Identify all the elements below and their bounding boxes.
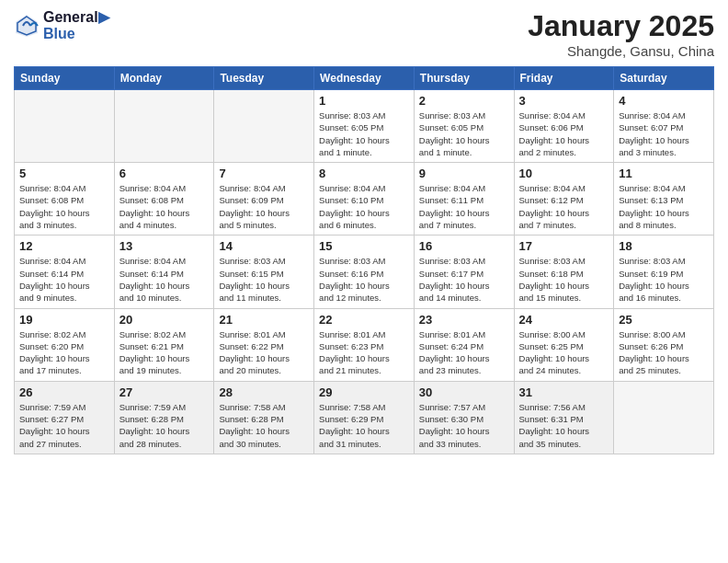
day-number: 27: [119, 385, 210, 399]
calendar-cell: 28Sunrise: 7:58 AM Sunset: 6:28 PM Dayli…: [214, 381, 314, 454]
col-thursday: Thursday: [414, 67, 514, 90]
day-number: 24: [519, 313, 609, 327]
calendar-cell: 12Sunrise: 8:04 AM Sunset: 6:14 PM Dayli…: [15, 236, 115, 308]
day-number: 28: [219, 385, 309, 399]
calendar-cell: 13Sunrise: 8:04 AM Sunset: 6:14 PM Dayli…: [114, 236, 214, 308]
day-info: Sunrise: 8:00 AM Sunset: 6:26 PM Dayligh…: [619, 328, 709, 377]
day-number: 10: [519, 167, 609, 180]
logo-icon: [14, 13, 40, 39]
day-info: Sunrise: 8:02 AM Sunset: 6:21 PM Dayligh…: [119, 328, 210, 377]
day-number: 1: [319, 94, 409, 108]
day-info: Sunrise: 8:04 AM Sunset: 6:10 PM Dayligh…: [319, 182, 409, 231]
month-title: January 2025: [528, 9, 714, 43]
calendar-cell: 26Sunrise: 7:59 AM Sunset: 6:27 PM Dayli…: [15, 381, 115, 454]
day-info: Sunrise: 8:04 AM Sunset: 6:12 PM Dayligh…: [519, 182, 609, 231]
col-tuesday: Tuesday: [214, 67, 314, 90]
day-number: 17: [519, 239, 609, 253]
calendar-cell: 9Sunrise: 8:04 AM Sunset: 6:11 PM Daylig…: [414, 163, 514, 236]
day-number: 3: [519, 94, 609, 108]
day-number: 23: [419, 313, 509, 327]
day-number: 11: [619, 167, 709, 180]
col-sunday: Sunday: [15, 67, 115, 90]
day-number: 9: [419, 167, 509, 180]
calendar-cell: 3Sunrise: 8:04 AM Sunset: 6:06 PM Daylig…: [514, 90, 614, 163]
calendar-cell: 23Sunrise: 8:01 AM Sunset: 6:24 PM Dayli…: [414, 308, 514, 381]
day-number: 31: [519, 385, 609, 399]
day-info: Sunrise: 7:59 AM Sunset: 6:28 PM Dayligh…: [119, 401, 210, 450]
calendar-cell: 14Sunrise: 8:03 AM Sunset: 6:15 PM Dayli…: [214, 236, 314, 308]
page-container: General▶ Blue January 2025 Shangde, Gans…: [0, 0, 728, 563]
day-info: Sunrise: 8:04 AM Sunset: 6:14 PM Dayligh…: [119, 255, 210, 304]
calendar-cell: 7Sunrise: 8:04 AM Sunset: 6:09 PM Daylig…: [214, 163, 314, 236]
calendar-cell: 6Sunrise: 8:04 AM Sunset: 6:08 PM Daylig…: [114, 163, 214, 236]
day-number: 26: [19, 385, 109, 399]
col-friday: Friday: [514, 67, 614, 90]
day-info: Sunrise: 7:56 AM Sunset: 6:31 PM Dayligh…: [519, 401, 609, 450]
day-info: Sunrise: 8:01 AM Sunset: 6:22 PM Dayligh…: [219, 328, 309, 377]
day-number: 18: [619, 239, 709, 253]
day-number: 22: [319, 313, 409, 327]
col-wednesday: Wednesday: [314, 67, 415, 90]
calendar-cell: 17Sunrise: 8:03 AM Sunset: 6:18 PM Dayli…: [514, 236, 614, 308]
calendar-cell: 10Sunrise: 8:04 AM Sunset: 6:12 PM Dayli…: [514, 163, 614, 236]
calendar-cell: 1Sunrise: 8:03 AM Sunset: 6:05 PM Daylig…: [314, 90, 415, 163]
day-number: 15: [319, 239, 409, 253]
calendar-cell: [15, 90, 115, 163]
calendar-cell: 8Sunrise: 8:04 AM Sunset: 6:10 PM Daylig…: [314, 163, 415, 236]
day-number: 16: [419, 239, 509, 253]
day-info: Sunrise: 8:03 AM Sunset: 6:16 PM Dayligh…: [319, 255, 409, 304]
day-info: Sunrise: 8:04 AM Sunset: 6:13 PM Dayligh…: [619, 182, 709, 231]
day-info: Sunrise: 8:03 AM Sunset: 6:05 PM Dayligh…: [319, 109, 409, 158]
day-info: Sunrise: 8:03 AM Sunset: 6:15 PM Dayligh…: [219, 255, 309, 304]
day-number: 5: [19, 167, 109, 180]
calendar-cell: 19Sunrise: 8:02 AM Sunset: 6:20 PM Dayli…: [15, 308, 115, 381]
day-number: 12: [19, 239, 109, 253]
day-info: Sunrise: 8:04 AM Sunset: 6:09 PM Dayligh…: [219, 182, 309, 231]
day-info: Sunrise: 8:04 AM Sunset: 6:11 PM Dayligh…: [419, 182, 509, 231]
day-info: Sunrise: 8:03 AM Sunset: 6:19 PM Dayligh…: [619, 255, 709, 304]
day-info: Sunrise: 7:57 AM Sunset: 6:30 PM Dayligh…: [419, 401, 509, 450]
calendar-cell: [114, 90, 214, 163]
calendar-cell: 20Sunrise: 8:02 AM Sunset: 6:21 PM Dayli…: [114, 308, 214, 381]
day-info: Sunrise: 8:03 AM Sunset: 6:05 PM Dayligh…: [419, 109, 509, 158]
day-info: Sunrise: 8:04 AM Sunset: 6:14 PM Dayligh…: [19, 255, 109, 304]
day-info: Sunrise: 8:04 AM Sunset: 6:07 PM Dayligh…: [619, 109, 709, 158]
calendar-cell: 30Sunrise: 7:57 AM Sunset: 6:30 PM Dayli…: [414, 381, 514, 454]
calendar-header-row: Sunday Monday Tuesday Wednesday Thursday…: [15, 67, 714, 90]
calendar-cell: 27Sunrise: 7:59 AM Sunset: 6:28 PM Dayli…: [114, 381, 214, 454]
day-info: Sunrise: 7:59 AM Sunset: 6:27 PM Dayligh…: [19, 401, 109, 450]
day-number: 29: [319, 385, 409, 399]
day-number: 2: [419, 94, 509, 108]
day-number: 25: [619, 313, 709, 327]
day-info: Sunrise: 8:03 AM Sunset: 6:17 PM Dayligh…: [419, 255, 509, 304]
day-info: Sunrise: 8:00 AM Sunset: 6:25 PM Dayligh…: [519, 328, 609, 377]
day-info: Sunrise: 8:04 AM Sunset: 6:08 PM Dayligh…: [119, 182, 210, 231]
day-number: 7: [219, 167, 309, 180]
calendar-cell: 25Sunrise: 8:00 AM Sunset: 6:26 PM Dayli…: [614, 308, 714, 381]
day-info: Sunrise: 7:58 AM Sunset: 6:29 PM Dayligh…: [319, 401, 409, 450]
day-number: 19: [19, 313, 109, 327]
title-block: January 2025 Shangde, Gansu, China: [528, 9, 714, 59]
svg-marker-0: [16, 15, 38, 37]
calendar-cell: 22Sunrise: 8:01 AM Sunset: 6:23 PM Dayli…: [314, 308, 415, 381]
day-number: 6: [119, 167, 210, 180]
calendar-cell: 11Sunrise: 8:04 AM Sunset: 6:13 PM Dayli…: [614, 163, 714, 236]
calendar-cell: 29Sunrise: 7:58 AM Sunset: 6:29 PM Dayli…: [314, 381, 415, 454]
day-info: Sunrise: 8:03 AM Sunset: 6:18 PM Dayligh…: [519, 255, 609, 304]
calendar-cell: [214, 90, 314, 163]
calendar-cell: 5Sunrise: 8:04 AM Sunset: 6:08 PM Daylig…: [15, 163, 115, 236]
calendar-cell: 15Sunrise: 8:03 AM Sunset: 6:16 PM Dayli…: [314, 236, 415, 308]
header: General▶ Blue January 2025 Shangde, Gans…: [14, 9, 714, 59]
col-saturday: Saturday: [614, 67, 714, 90]
day-number: 21: [219, 313, 309, 327]
calendar-cell: 2Sunrise: 8:03 AM Sunset: 6:05 PM Daylig…: [414, 90, 514, 163]
day-number: 13: [119, 239, 210, 253]
calendar: Sunday Monday Tuesday Wednesday Thursday…: [14, 66, 714, 454]
day-number: 4: [619, 94, 709, 108]
calendar-cell: 4Sunrise: 8:04 AM Sunset: 6:07 PM Daylig…: [614, 90, 714, 163]
day-info: Sunrise: 8:01 AM Sunset: 6:23 PM Dayligh…: [319, 328, 409, 377]
calendar-cell: 24Sunrise: 8:00 AM Sunset: 6:25 PM Dayli…: [514, 308, 614, 381]
day-info: Sunrise: 8:04 AM Sunset: 6:08 PM Dayligh…: [19, 182, 109, 231]
day-info: Sunrise: 8:02 AM Sunset: 6:20 PM Dayligh…: [19, 328, 109, 377]
logo-text: General▶ Blue: [43, 9, 109, 41]
